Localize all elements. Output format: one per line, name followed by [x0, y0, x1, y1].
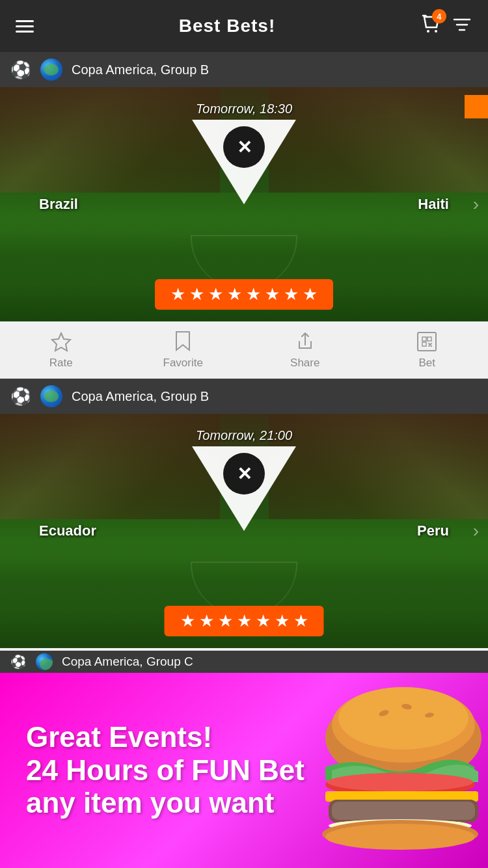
promo-line1: Great Events! 24 Hours of FUN Bet any it…	[26, 721, 462, 820]
bet-button-1[interactable]: Bet	[398, 331, 456, 370]
favorite-button-1[interactable]: Favorite	[154, 331, 212, 370]
team-right-2: Peru	[417, 522, 449, 539]
star-1-7: ★	[284, 284, 299, 305]
star-1-6: ★	[265, 284, 280, 305]
third-card-peek: ⚽ Copa America, Group C	[0, 651, 488, 673]
star-1-4: ★	[227, 284, 242, 305]
team-left-2: Ecuador	[39, 522, 96, 539]
globe-icon-2	[40, 385, 62, 407]
soccer-icon-1: ⚽	[10, 60, 31, 80]
soccer-icon-3: ⚽	[10, 654, 27, 670]
team-right-1: Haiti	[418, 196, 449, 213]
team-left-1: Brazil	[39, 196, 78, 213]
star-1-8: ★	[303, 284, 318, 305]
bet-icon-1	[416, 331, 438, 353]
league-name-2: Copa America, Group B	[72, 389, 209, 404]
orange-indicator-1	[465, 95, 488, 118]
match-time-1: Tomorrow, 18:30	[196, 102, 292, 116]
svg-rect-3	[418, 332, 436, 351]
star-2-3: ★	[218, 611, 233, 631]
star-2-5: ★	[256, 611, 271, 631]
bet-label-1: Bet	[418, 357, 435, 370]
star-2-6: ★	[275, 611, 290, 631]
star-1-1: ★	[170, 284, 185, 305]
svg-point-1	[435, 30, 437, 33]
star-1-5: ★	[246, 284, 261, 305]
match-field-1[interactable]: Tomorrow, 18:30 Brazil Haiti ✕ › ★ ★ ★ ★…	[0, 87, 488, 321]
share-button-1[interactable]: Share	[276, 331, 334, 370]
chevron-right-1: ›	[473, 194, 479, 215]
league-row-2[interactable]: ⚽ Copa America, Group B	[0, 379, 488, 414]
star-2-4: ★	[237, 611, 252, 631]
globe-icon-1	[40, 59, 62, 81]
star-1-2: ★	[189, 284, 204, 305]
match-card-1: ⚽ Copa America, Group B Tomorrow, 18:30 …	[0, 52, 488, 379]
star-2-1: ★	[180, 611, 195, 631]
filter-button[interactable]	[452, 14, 472, 38]
app-header: Best Bets! 4	[0, 0, 488, 52]
favorite-icon-1	[174, 331, 192, 353]
match-time-2: Tomorrow, 21:00	[196, 428, 292, 443]
cart-button[interactable]: 4	[420, 14, 441, 38]
share-label-1: Share	[290, 357, 319, 370]
star-2-7: ★	[293, 611, 308, 631]
vs-triangle-1: ✕	[192, 120, 296, 204]
vs-triangle-2: ✕	[192, 446, 296, 531]
rate-icon-1	[50, 331, 72, 353]
cart-badge: 4	[432, 9, 446, 23]
promo-text: Great Events! 24 Hours of FUN Bet any it…	[26, 721, 462, 820]
favorite-label-1: Favorite	[163, 357, 203, 370]
globe-icon-3	[36, 653, 53, 670]
vs-section-2: ✕	[192, 446, 296, 531]
rate-label-1: Rate	[49, 357, 73, 370]
rate-button-1[interactable]: Rate	[32, 331, 90, 370]
app-title: Best Bets!	[179, 16, 275, 36]
header-icons: 4	[420, 14, 472, 38]
vs-x-2: ✕	[223, 453, 265, 495]
vs-section-1: ✕	[192, 120, 296, 204]
filter-icon	[452, 14, 472, 35]
promo-banner: Great Events! 24 Hours of FUN Bet any it…	[0, 673, 488, 868]
stars-bar-2: ★ ★ ★ ★ ★ ★ ★	[165, 606, 324, 636]
star-1-3: ★	[208, 284, 223, 305]
svg-point-0	[427, 30, 429, 33]
league-row-1[interactable]: ⚽ Copa America, Group B	[0, 52, 488, 87]
svg-point-20	[325, 824, 475, 850]
star-2-2: ★	[199, 611, 214, 631]
vs-x-1: ✕	[223, 126, 265, 168]
league-name-1: Copa America, Group B	[72, 62, 209, 77]
svg-marker-2	[52, 333, 70, 351]
match-field-2[interactable]: Tomorrow, 21:00 Ecuador Peru ✕ › ★ ★ ★ ★…	[0, 414, 488, 648]
menu-button[interactable]	[16, 20, 34, 33]
chevron-right-2: ›	[473, 521, 479, 541]
league-name-3: Copa America, Group C	[62, 655, 193, 669]
soccer-icon-2: ⚽	[10, 387, 31, 407]
share-icon-1	[294, 331, 316, 353]
action-bar-1: Rate Favorite Share Bet	[0, 321, 488, 379]
stars-bar-1: ★ ★ ★ ★ ★ ★ ★ ★	[155, 279, 333, 310]
